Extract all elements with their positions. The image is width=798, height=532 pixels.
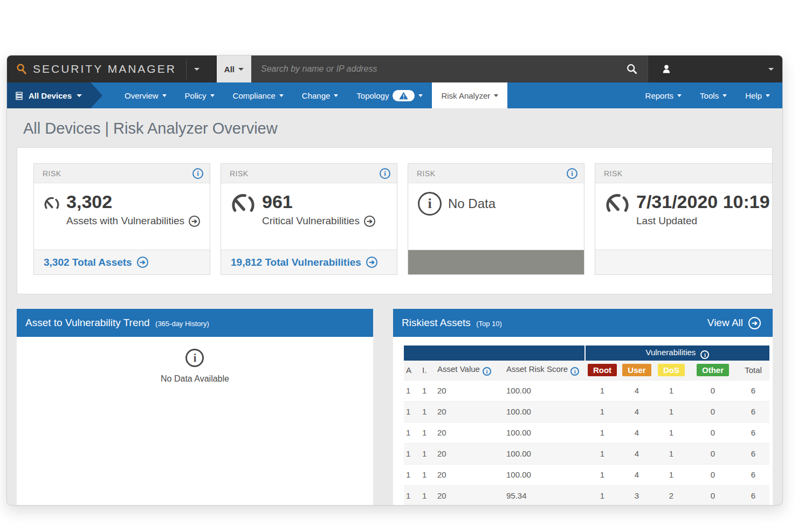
cell-user[interactable]: 4 [620,464,654,485]
card-footer: 19,812 Total Vulnerabilities ➔ [221,250,397,274]
arrow-right-circle-icon[interactable]: ➔ [364,216,375,227]
cell-user[interactable]: 4 [620,380,654,401]
bottom-panels: Asset to Vulnerability Trend (365-day Hi… [17,309,773,506]
app-title: SECURITY MANAGER [33,63,176,75]
cell-asset-risk-score: 100.00 [504,422,585,443]
nav-item-tools[interactable]: Tools [691,82,736,108]
cell-asset-value: 20 [435,443,504,464]
col-header-a[interactable]: A [404,361,420,380]
col-header-user[interactable]: User [620,361,654,380]
cell-asset-value: 20 [435,464,504,485]
cell-i: 1 [420,464,435,485]
view-all-button[interactable]: View All ➔ [707,317,761,329]
cell-total[interactable]: 6 [737,422,769,443]
cell-user[interactable]: 4 [620,443,654,464]
cell-dos[interactable]: 1 [654,380,689,401]
chevron-down-icon [766,94,770,97]
risk-summary-panel: RISK i 3,302 Assets with Vulnerabilities… [17,147,773,294]
riskiest-assets-header: Riskiest Assets (Top 10) View All ➔ [393,309,773,337]
cell-root[interactable]: 1 [585,380,620,401]
total-assets-link[interactable]: 3,302 Total Assets ➔ [44,257,148,268]
nav-item-policy[interactable]: Policy [176,82,224,108]
nav-item-overview[interactable]: Overview [115,82,176,108]
chevron-down-icon [210,94,215,97]
user-icon [661,64,672,74]
info-icon[interactable]: i [567,168,577,179]
card-label: Last Updated [636,215,773,227]
cell-total[interactable]: 6 [737,464,769,485]
critical-vulnerabilities-card: RISK i 961 Critical Vulnerabilities ➔ [221,163,397,275]
cell-a[interactable]: 1 [404,380,420,401]
cell-dos[interactable]: 1 [654,464,689,485]
nav-item-reports[interactable]: Reports [636,82,691,108]
cell-dos[interactable]: 1 [654,401,689,422]
card-label-text: Assets with Vulnerabilities [66,215,184,227]
info-icon[interactable]: i [570,367,579,376]
group-header-vulnerabilities: Vulnerabilities i [585,346,769,361]
col-header-asset-risk-score[interactable]: Asset Risk Scorei [504,361,585,380]
no-data-available-text: No Data Available [161,374,229,384]
cell-root[interactable]: 1 [585,401,620,422]
search-input[interactable] [251,64,616,74]
col-header-dos[interactable]: DoS [654,361,689,380]
col-header-asset-value[interactable]: Asset Valuei [435,361,504,380]
info-icon[interactable]: i [192,168,203,179]
cell-dos[interactable]: 2 [654,485,689,506]
cell-root[interactable]: 1 [585,464,620,485]
nav-item-help[interactable]: Help [736,82,779,108]
cell-a[interactable]: 1 [404,401,420,422]
cell-total[interactable]: 6 [737,380,769,401]
cell-a[interactable]: 1 [404,443,420,464]
chevron-down-icon [677,94,682,97]
cell-user[interactable]: 4 [620,401,654,422]
search-submit-button[interactable] [616,63,648,75]
riskiest-assets-body: Vulnerabilities i A I. Asset Valuei [393,337,773,506]
cell-total[interactable]: 6 [737,401,769,422]
table-row: 112095.3413206 [404,485,769,506]
footer-link-text: 3,302 Total Assets [44,257,132,268]
cell-asset-risk-score: 95.34 [504,485,585,506]
cell-asset-value: 20 [435,422,504,443]
total-vulnerabilities-link[interactable]: 19,812 Total Vulnerabilities ➔ [231,257,377,268]
user-menu[interactable] [648,56,782,82]
card-label-text: Critical Vulnerabilities [262,215,360,227]
nav-item-topology[interactable]: Topology [347,82,432,108]
chevron-down-icon [494,94,498,97]
cell-total[interactable]: 6 [737,485,769,506]
nav-right-items: Reports Tools Help [636,82,782,108]
col-header-other[interactable]: Other [689,361,737,380]
app-menu-button[interactable] [187,56,207,82]
cell-a[interactable]: 1 [404,464,420,485]
info-icon[interactable]: i [380,168,390,179]
cell-root[interactable]: 1 [585,422,620,443]
nav-item-compliance[interactable]: Compliance [224,82,293,108]
asset-risk-score-label: Asset Risk Score [506,364,568,374]
cell-user[interactable]: 4 [620,422,654,443]
cell-total[interactable]: 6 [737,443,769,464]
device-group-selector[interactable]: All Devices [7,82,91,108]
info-icon[interactable]: i [700,350,709,359]
cell-a[interactable]: 1 [404,422,420,443]
magnifier-logo-icon [16,63,27,75]
arrow-right-circle-icon[interactable]: ➔ [189,216,200,227]
search-scope-select[interactable]: All [217,56,251,82]
col-header-total[interactable]: Total [737,361,769,380]
cell-asset-risk-score: 100.00 [504,401,585,422]
cell-a[interactable]: 1 [404,485,420,506]
nav-item-risk-analyzer[interactable]: Risk Analyzer [432,82,507,108]
col-header-i[interactable]: I. [420,361,435,380]
nav-item-change[interactable]: Change [293,82,348,108]
table-row: 1120100.0014106 [404,443,769,464]
card-header: RISK i [34,164,210,183]
cell-root[interactable]: 1 [585,443,620,464]
cell-root[interactable]: 1 [585,485,620,506]
info-icon[interactable]: i [483,367,491,376]
cell-dos[interactable]: 1 [654,443,689,464]
cell-other: 0 [689,422,737,443]
card-footer: 3,302 Total Assets ➔ [34,250,210,274]
col-header-root[interactable]: Root [585,361,620,380]
chevron-down-icon [194,68,200,71]
cell-other: 0 [689,464,737,485]
cell-user[interactable]: 3 [620,485,654,506]
cell-dos[interactable]: 1 [654,422,689,443]
